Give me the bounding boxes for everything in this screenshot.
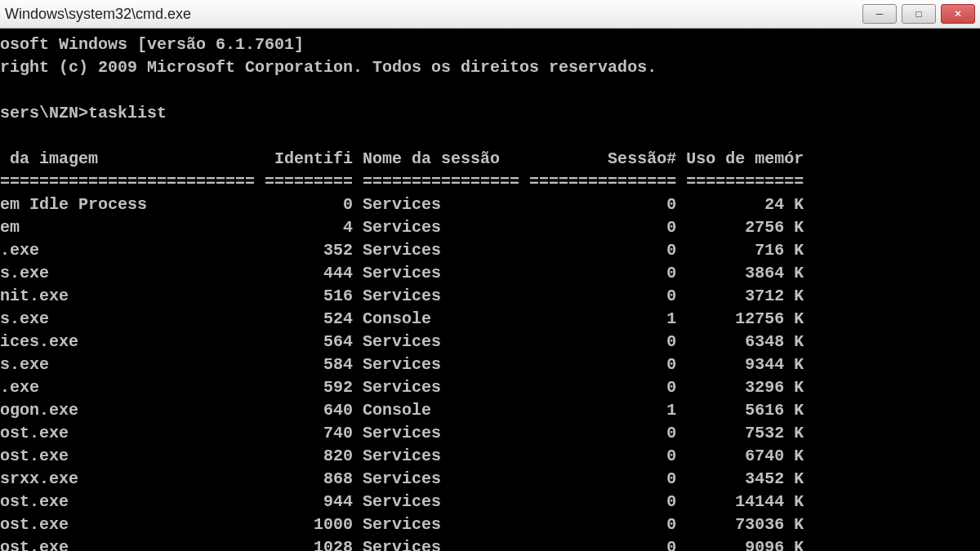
minimize-button[interactable]: ─ [862,4,897,24]
window-title: Windows\system32\cmd.exe [5,6,191,23]
close-button[interactable]: ✕ [941,4,975,24]
close-icon: ✕ [954,8,962,20]
console-output[interactable]: osoft Windows [versão 6.1.7601] right (c… [0,29,980,551]
maximize-icon: □ [915,8,921,20]
window-controls: ─ □ ✕ [862,4,975,24]
titlebar[interactable]: Windows\system32\cmd.exe ─ □ ✕ [0,0,980,29]
maximize-button[interactable]: □ [902,4,936,24]
minimize-icon: ─ [876,8,884,20]
cmd-window: Windows\system32\cmd.exe ─ □ ✕ osoft Win… [0,0,980,551]
